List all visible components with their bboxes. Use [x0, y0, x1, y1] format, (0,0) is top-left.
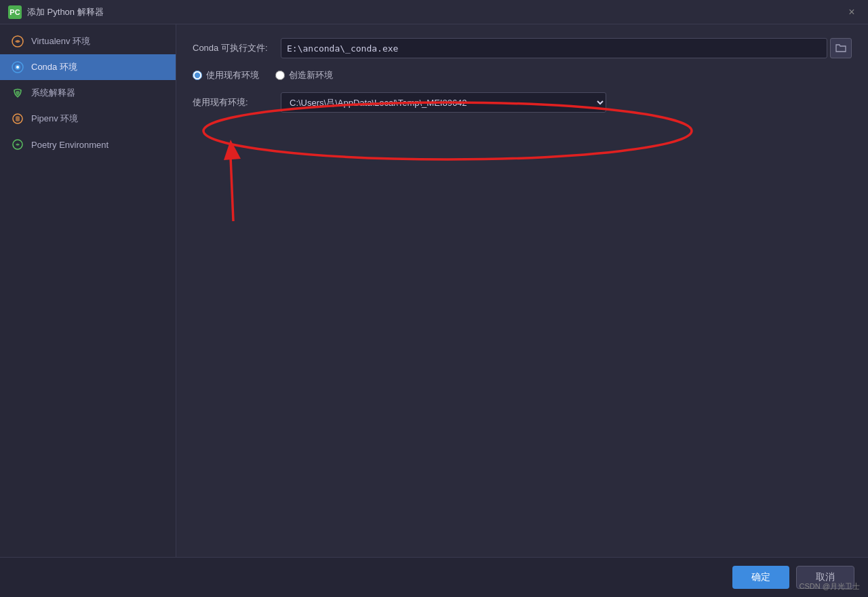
browse-button[interactable]: [830, 38, 852, 58]
confirm-button[interactable]: 确定: [732, 566, 789, 589]
svg-point-3: [16, 66, 19, 69]
dialog-footer: 确定 取消: [0, 557, 868, 597]
folder-icon: [835, 43, 846, 53]
sidebar-label-conda: Conda 环境: [31, 61, 77, 73]
radio-use-existing-input[interactable]: [193, 71, 202, 80]
use-env-row: 使用现有环境: C:\Users\吕\AppData\Local\Temp\_M…: [193, 92, 852, 113]
radio-create-new-label: 创造新环境: [289, 69, 333, 81]
use-env-select[interactable]: C:\Users\吕\AppData\Local\Temp\_MEI89642: [281, 92, 606, 113]
poetry-icon: [11, 138, 24, 151]
close-button[interactable]: ×: [844, 4, 860, 20]
sidebar-item-conda[interactable]: Conda 环境: [0, 54, 176, 80]
sidebar-label-system: 系统解释器: [31, 87, 75, 99]
conda-exe-input[interactable]: [281, 38, 827, 58]
conda-exe-label: Conda 可执行文件:: [193, 42, 281, 54]
virtualenv-icon: [11, 35, 24, 48]
radio-row: 使用现有环境 创造新环境: [193, 69, 852, 81]
dialog-title: 添加 Python 解释器: [27, 6, 844, 18]
content-spacer: [193, 121, 852, 543]
system-icon: [11, 86, 24, 100]
sidebar-label-pipenv: Pipenv 环境: [31, 113, 78, 125]
radio-use-existing-label: 使用现有环境: [206, 69, 259, 81]
app-icon: PC: [8, 5, 22, 19]
radio-use-existing[interactable]: 使用现有环境: [193, 69, 259, 81]
pipenv-icon: [11, 112, 24, 126]
conda-exe-row: Conda 可执行文件:: [193, 38, 852, 58]
sidebar-label-virtualenv: Virtualenv 环境: [31, 35, 90, 47]
dialog-body: Virtualenv 环境 Conda 环境: [0, 24, 868, 557]
sidebar-item-system[interactable]: 系统解释器: [0, 80, 176, 106]
sidebar: Virtualenv 环境 Conda 环境: [0, 24, 176, 557]
conda-icon: [11, 60, 24, 74]
dialog-window: PC 添加 Python 解释器 × Virtualenv 环境: [0, 0, 868, 597]
sidebar-item-poetry[interactable]: Poetry Environment: [0, 132, 176, 157]
conda-exe-input-wrapper: [281, 38, 852, 58]
sidebar-label-poetry: Poetry Environment: [31, 140, 108, 150]
main-content: Conda 可执行文件: 使用现有环境: [176, 24, 868, 557]
sidebar-item-pipenv[interactable]: Pipenv 环境: [0, 106, 176, 132]
radio-create-new[interactable]: 创造新环境: [275, 69, 333, 81]
title-bar: PC 添加 Python 解释器 ×: [0, 0, 868, 24]
radio-create-new-input[interactable]: [275, 71, 285, 80]
sidebar-item-virtualenv[interactable]: Virtualenv 环境: [0, 28, 176, 54]
use-env-label: 使用现有环境:: [193, 96, 281, 109]
watermark: CSDN @月光卫士: [800, 581, 860, 592]
